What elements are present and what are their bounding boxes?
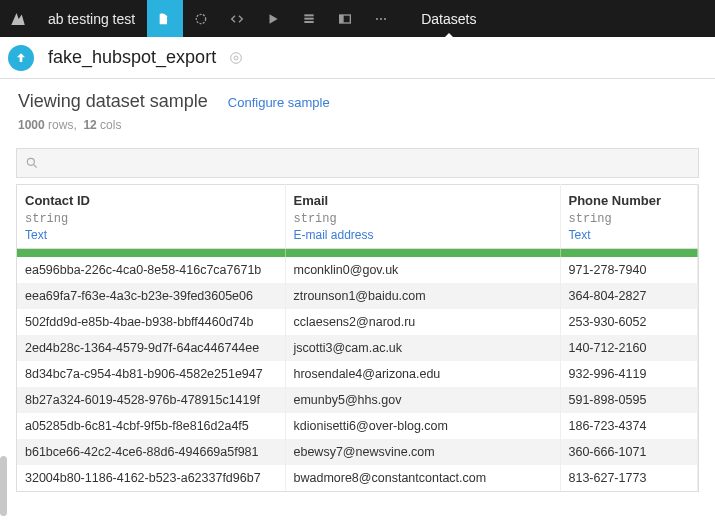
cell[interactable]: 591-898-0595 <box>560 387 698 413</box>
toolbar-button-more[interactable] <box>363 0 399 37</box>
table-row[interactable]: 8d34bc7a-c954-4b81-b906-4582e251e947hros… <box>17 361 698 387</box>
column-meaning-link[interactable]: Text <box>25 228 277 242</box>
cell[interactable]: ebewsy7@newsvine.com <box>285 439 560 465</box>
tab-datasets[interactable]: Datasets <box>405 0 492 37</box>
cell[interactable]: 364-804-2827 <box>560 283 698 309</box>
cell[interactable]: jscotti3@cam.ac.uk <box>285 335 560 361</box>
data-table: Contact ID string Text Email string E-ma… <box>16 184 699 492</box>
validity-bar <box>17 249 698 257</box>
cell[interactable]: 813-627-1773 <box>560 465 698 491</box>
table-row[interactable]: eea69fa7-f63e-4a3c-b23e-39fed3605e06ztro… <box>17 283 698 309</box>
cell[interactable]: a05285db-6c81-4cbf-9f5b-f8e816d2a4f5 <box>17 413 285 439</box>
cell[interactable]: 32004b80-1186-4162-b523-a62337fd96b7 <box>17 465 285 491</box>
dataset-nav-button[interactable] <box>0 37 42 79</box>
svg-point-7 <box>376 17 378 19</box>
toolbar-button-play[interactable] <box>255 0 291 37</box>
cell[interactable]: 8d34bc7a-c954-4b81-b906-4582e251e947 <box>17 361 285 387</box>
column-header-email[interactable]: Email string E-mail address <box>285 185 560 249</box>
svg-rect-4 <box>305 21 314 23</box>
table-row[interactable]: 8b27a324-6019-4528-976b-478915c1419femun… <box>17 387 698 413</box>
cell[interactable]: cclaesens2@narod.ru <box>285 309 560 335</box>
project-name[interactable]: ab testing test <box>36 0 147 37</box>
cell[interactable]: 140-712-2160 <box>560 335 698 361</box>
search-icon <box>25 156 39 170</box>
toolbar-button-stack[interactable] <box>291 0 327 37</box>
toolbar-button-circle[interactable] <box>183 0 219 37</box>
svg-point-8 <box>380 17 382 19</box>
cell[interactable]: hrosendale4@arizona.edu <box>285 361 560 387</box>
col-count: 12 <box>83 118 96 132</box>
svg-point-11 <box>234 56 238 60</box>
cell[interactable]: kdionisetti6@over-blog.com <box>285 413 560 439</box>
column-meaning-link[interactable]: E-mail address <box>294 228 552 242</box>
cell[interactable]: 186-723-4374 <box>560 413 698 439</box>
cell[interactable]: 971-278-7940 <box>560 257 698 283</box>
table-row[interactable]: a05285db-6c81-4cbf-9f5b-f8e816d2a4f5kdio… <box>17 413 698 439</box>
app-logo[interactable] <box>0 0 36 37</box>
cell[interactable]: 253-930-6052 <box>560 309 698 335</box>
svg-point-9 <box>384 17 386 19</box>
cell[interactable]: 502fdd9d-e85b-4bae-b938-bbff4460d74b <box>17 309 285 335</box>
dataset-bar: fake_hubspot_export <box>0 37 715 79</box>
row-count: 1000 <box>18 118 45 132</box>
svg-point-12 <box>27 158 34 165</box>
cell[interactable]: 932-996-4119 <box>560 361 698 387</box>
subheader: Viewing dataset sample Configure sample … <box>0 79 715 140</box>
table-row[interactable]: 2ed4b28c-1364-4579-9d7f-64ac446744eejsco… <box>17 335 698 361</box>
search-input[interactable] <box>16 148 699 178</box>
configure-sample-link[interactable]: Configure sample <box>228 95 330 110</box>
table-row[interactable]: ea596bba-226c-4ca0-8e58-416c7ca7671bmcon… <box>17 257 698 283</box>
cell[interactable]: 360-666-1071 <box>560 439 698 465</box>
flow-tab-button[interactable] <box>147 0 183 37</box>
table-row[interactable]: b61bce66-42c2-4ce6-88d6-494669a5f981ebew… <box>17 439 698 465</box>
cell[interactable]: eea69fa7-f63e-4a3c-b23e-39fed3605e06 <box>17 283 285 309</box>
column-header-contact-id[interactable]: Contact ID string Text <box>17 185 285 249</box>
table-row[interactable]: 32004b80-1186-4162-b523-a62337fd96b7bwad… <box>17 465 698 491</box>
svg-line-13 <box>34 165 37 168</box>
column-meaning-link[interactable]: Text <box>569 228 690 242</box>
svg-point-10 <box>231 52 242 63</box>
toolbar-button-code[interactable] <box>219 0 255 37</box>
arrow-up-icon <box>13 50 29 66</box>
svg-point-1 <box>197 14 206 23</box>
cell[interactable]: emunby5@hhs.gov <box>285 387 560 413</box>
cell[interactable]: b61bce66-42c2-4ce6-88d6-494669a5f981 <box>17 439 285 465</box>
cell[interactable]: ztrounson1@baidu.com <box>285 283 560 309</box>
toolbar-button-panel[interactable] <box>327 0 363 37</box>
cell[interactable]: 8b27a324-6019-4528-976b-478915c1419f <box>17 387 285 413</box>
svg-rect-2 <box>305 14 314 16</box>
dataset-title[interactable]: fake_hubspot_export <box>42 47 216 68</box>
cell[interactable]: bwadmore8@constantcontact.com <box>285 465 560 491</box>
table-row[interactable]: 502fdd9d-e85b-4bae-b938-bbff4460d74bccla… <box>17 309 698 335</box>
page-title: Viewing dataset sample <box>18 91 208 112</box>
scroll-handle[interactable] <box>0 456 7 516</box>
top-toolbar: ab testing test Datasets <box>0 0 715 37</box>
sample-stats: 1000 rows, 12 cols <box>18 118 697 132</box>
dataset-info-icon[interactable] <box>226 48 246 68</box>
cell[interactable]: ea596bba-226c-4ca0-8e58-416c7ca7671b <box>17 257 285 283</box>
svg-rect-6 <box>340 15 344 23</box>
cell[interactable]: 2ed4b28c-1364-4579-9d7f-64ac446744ee <box>17 335 285 361</box>
cell[interactable]: mconklin0@gov.uk <box>285 257 560 283</box>
svg-rect-3 <box>305 17 314 19</box>
column-header-phone[interactable]: Phone Number string Text <box>560 185 698 249</box>
